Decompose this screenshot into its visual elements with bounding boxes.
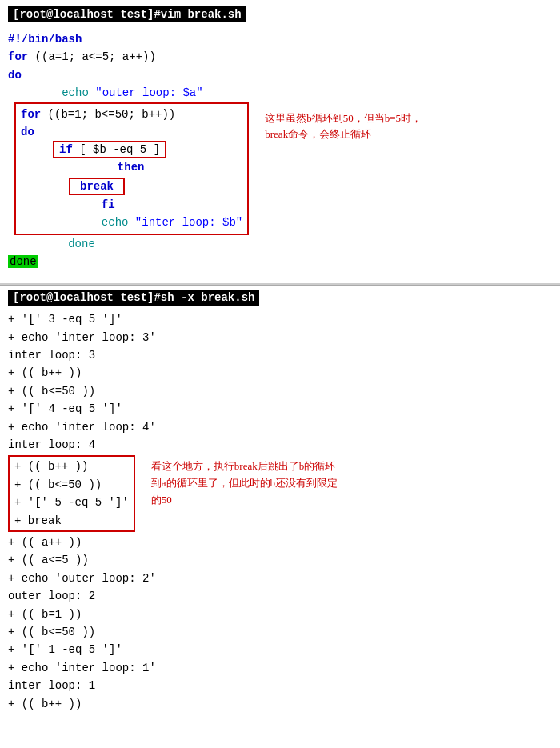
t-line-17: inter loop: 1	[8, 677, 552, 694]
t-line-18: + (( b++ ))	[8, 695, 552, 713]
vim-prompt: [root@localhost test]#vim break.sh	[8, 6, 246, 22]
t-box-4: + break	[14, 512, 129, 530]
bottom-section: [root@localhost test]#sh -x break.sh + '…	[0, 286, 560, 719]
break-box: break	[69, 178, 125, 195]
t-box-2: + (( b<=50 ))	[14, 476, 129, 494]
t-line-6: + '[' 4 -eq 5 ']'	[8, 400, 552, 418]
for-outer-line: for ((a=1; a<=5; a++))	[8, 48, 552, 66]
echo-inner-line: echo "inter loop: $b"	[21, 214, 242, 231]
code-block: #!/bin/bash for ((a=1; a<=5; a++)) do ec…	[8, 27, 552, 274]
do-inner-line: do	[21, 123, 242, 141]
t-line-14: + (( b<=50 ))	[8, 623, 552, 641]
vim-section: [root@localhost test]#vim break.sh #!/bi…	[0, 0, 560, 285]
t-line-7: + echo 'inter loop: 4'	[8, 418, 552, 436]
t-line-2: + echo 'inter loop: 3'	[8, 329, 552, 346]
sh-prompt-line: [root@localhost test]#sh -x break.sh	[8, 290, 552, 306]
t-line-15: + '[' 1 -eq 5 ']'	[8, 641, 552, 658]
done-outer-line: done	[8, 253, 552, 270]
t-line-3: inter loop: 3	[8, 346, 552, 364]
inner-loop-box: for ((b=1; b<=50; b++)) do if [ $b -eq 5…	[14, 102, 249, 235]
t-line-13: + (( b=1 ))	[8, 606, 552, 623]
t-box-3: + '[' 5 -eq 5 ']'	[14, 494, 129, 511]
shebang-line: #!/bin/bash	[8, 30, 552, 48]
t-line-4: + (( b++ ))	[8, 364, 552, 382]
vim-prompt-line: [root@localhost test]#vim break.sh	[8, 6, 552, 22]
fi-line: fi	[21, 196, 242, 214]
t-line-9: + (( a++ ))	[8, 534, 552, 551]
top-section: [root@localhost test]#vim break.sh #!/bi…	[0, 0, 560, 285]
annotation-2: 看这个地方，执行break后跳出了b的循环 到a的循环里了，但此时的b还没有到限…	[151, 458, 338, 508]
do-outer-line: do	[8, 66, 552, 84]
t-line-12: outer loop: 2	[8, 587, 552, 605]
t-line-10: + (( a<=5 ))	[8, 551, 552, 569]
t-line-8: inter loop: 4	[8, 436, 552, 454]
t-line-16: + echo 'inter loop: 1'	[8, 659, 552, 677]
terminal-section: [root@localhost test]#sh -x break.sh + '…	[0, 286, 560, 719]
for-inner-line: for ((b=1; b<=50; b++))	[21, 106, 242, 123]
sh-prompt: [root@localhost test]#sh -x break.sh	[8, 290, 259, 306]
annotation-1: 这里虽然b循环到50，但当b=5时， break命令，会终止循环	[265, 110, 422, 144]
t-line-1: + '[' 3 -eq 5 ']'	[8, 310, 552, 328]
t-box-1: + (( b++ ))	[14, 458, 129, 475]
done-inner-outer: done	[14, 235, 552, 253]
terminal-output: + '[' 3 -eq 5 ']' + echo 'inter loop: 3'…	[8, 310, 552, 713]
t-line-11: + echo 'outer loop: 2'	[8, 570, 552, 587]
if-box: if [ $b -eq 5 ]	[53, 141, 166, 158]
then-line: then	[37, 158, 242, 176]
t-line-5: + (( b<=50 ))	[8, 382, 552, 400]
echo-outer-line: echo "outer loop: $a"	[8, 84, 552, 102]
break-output-box: + (( b++ )) + (( b<=50 )) + '[' 5 -eq 5 …	[8, 455, 135, 532]
